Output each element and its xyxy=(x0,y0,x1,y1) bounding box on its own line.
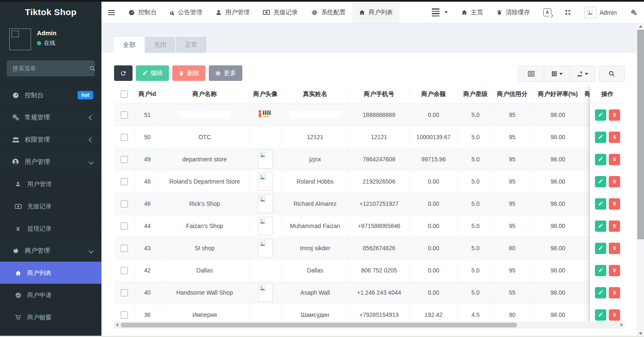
edit-button[interactable]: 编辑 xyxy=(136,65,169,81)
sidebar-item-permissions[interactable]: 权限管理 xyxy=(0,128,101,150)
settings-button[interactable] xyxy=(623,2,644,23)
refresh-button[interactable] xyxy=(114,65,132,81)
fullscreen-button[interactable] xyxy=(558,2,578,23)
topnav-tab-merchant-list[interactable]: 商户列表 xyxy=(352,2,400,23)
row-checkbox[interactable] xyxy=(121,111,128,119)
row-delete-button[interactable] xyxy=(609,198,620,210)
filter-tab-all[interactable]: 全部 xyxy=(114,37,144,53)
refresh-icon xyxy=(120,70,127,77)
broken-image-icon xyxy=(258,239,273,257)
home-button[interactable]: 主页 xyxy=(454,2,490,23)
menu-search-input[interactable] xyxy=(12,65,89,72)
nav-menu-dropdown-button[interactable] xyxy=(425,2,454,23)
cell-star: 5.0 xyxy=(458,282,493,303)
row-checkbox[interactable] xyxy=(121,223,128,230)
columns-button[interactable] xyxy=(544,66,570,82)
online-dot-icon xyxy=(37,41,41,45)
export-button[interactable] xyxy=(570,66,595,82)
row-delete-button[interactable] xyxy=(609,287,620,298)
row-edit-button[interactable] xyxy=(595,243,606,254)
sidebar-item-merchant-mgmt[interactable]: 商户管理 xyxy=(0,239,101,262)
admin-profile-button[interactable]: Admin xyxy=(578,2,623,23)
row-delete-button[interactable] xyxy=(609,176,620,187)
cell-real-name: jzjnx xyxy=(282,148,349,170)
row-delete-button[interactable] xyxy=(609,109,620,121)
row-checkbox[interactable] xyxy=(121,178,128,185)
vertical-scrollbar-thumb[interactable] xyxy=(637,30,644,239)
row-checkbox[interactable] xyxy=(121,311,128,319)
row-delete-button[interactable] xyxy=(609,243,620,254)
row-delete-button[interactable] xyxy=(609,132,620,143)
trash-icon xyxy=(179,70,184,76)
horizontal-scrollbar[interactable] xyxy=(114,321,625,329)
row-checkbox[interactable] xyxy=(121,200,128,207)
sidebar-item-merchant-express[interactable]: 商户直通车 xyxy=(0,328,101,337)
row-edit-button[interactable] xyxy=(595,154,606,165)
row-checkbox[interactable] xyxy=(121,134,128,141)
select-all-checkbox[interactable] xyxy=(121,91,128,98)
row-edit-button[interactable] xyxy=(595,198,606,210)
row-checkbox[interactable] xyxy=(121,156,128,163)
sidebar-item-user-list[interactable]: 用户管理 xyxy=(0,173,101,195)
detail-view-button[interactable] xyxy=(518,66,544,82)
sidebar-item-general[interactable]: 常规管理 xyxy=(0,106,101,128)
topnav-tab-recharge[interactable]: 充值记录 xyxy=(256,2,304,23)
sidebar-item-merchant-showcase[interactable]: 商户橱窗 xyxy=(0,306,101,328)
filter-tab-closed[interactable]: 关闭 xyxy=(145,37,175,53)
row-edit-button[interactable] xyxy=(595,176,606,187)
action-row xyxy=(590,148,625,171)
list-detail-icon xyxy=(528,71,535,77)
col-header-balance: 商户余额 xyxy=(410,84,458,104)
scroll-up-arrow-icon[interactable] xyxy=(639,25,642,28)
scroll-down-arrow-icon[interactable] xyxy=(639,332,642,335)
sidebar-item-recharge-records[interactable]: 充值记录 xyxy=(0,195,101,217)
row-checkbox[interactable] xyxy=(121,245,128,252)
row-checkbox[interactable] xyxy=(121,267,128,274)
row-edit-button[interactable] xyxy=(595,265,606,276)
cell-merchant-avatar xyxy=(249,171,282,192)
vertical-scrollbar[interactable] xyxy=(637,23,644,337)
topnav-tab-dashboard[interactable]: 控制台 xyxy=(122,2,164,23)
action-row xyxy=(590,193,625,215)
row-delete-button[interactable] xyxy=(609,220,620,232)
row-edit-button[interactable] xyxy=(595,309,606,321)
sidebar-item-withdraw-records[interactable]: ¥ 提现记录 xyxy=(0,217,101,239)
row-delete-button[interactable] xyxy=(609,309,620,321)
cell-merchant-id: 49 xyxy=(135,148,160,170)
topnav-tab-users[interactable]: 用户管理 xyxy=(209,2,256,23)
action-row xyxy=(590,282,625,304)
cell-rating: 98.00 xyxy=(531,171,585,192)
sidebar-item-merchant-list[interactable]: 商户列表 xyxy=(0,262,101,284)
col-header-clipped: 商 xyxy=(585,84,590,104)
row-delete-button[interactable] xyxy=(609,154,620,165)
sidebar-toggle-button[interactable] xyxy=(101,2,122,23)
dashboard-icon xyxy=(128,9,135,16)
gear-icon xyxy=(215,70,221,76)
row-checkbox[interactable] xyxy=(121,289,128,296)
sidebar-item-merchant-apply[interactable]: 商户申请 xyxy=(0,284,101,306)
sidebar-item-label: 商户橱窗 xyxy=(27,314,52,321)
scroll-right-arrow-icon[interactable] xyxy=(621,323,623,327)
cell-real-name: 12121 xyxy=(282,126,349,148)
filter-tab-normal[interactable]: 正常 xyxy=(176,37,206,53)
cell-merchant-avatar xyxy=(249,193,282,215)
row-edit-button[interactable] xyxy=(595,132,606,143)
clear-cache-button[interactable]: 清除缓存 xyxy=(490,2,537,23)
topnav-tab-announcements[interactable]: a 公告管理 xyxy=(164,2,209,23)
delete-button[interactable]: 删除 xyxy=(172,65,205,81)
row-edit-button[interactable] xyxy=(595,109,606,121)
more-button[interactable]: 更多 xyxy=(209,65,242,81)
sidebar-item-user-mgmt[interactable]: 用户管理 xyxy=(0,150,101,173)
language-switch-button[interactable]: A xyxy=(537,2,558,23)
topnav-tab-system-config[interactable]: 系统配置 xyxy=(304,2,352,23)
row-edit-button[interactable] xyxy=(595,287,606,298)
scroll-left-arrow-icon[interactable] xyxy=(116,323,118,327)
cell-rating: 98.00 xyxy=(531,259,585,281)
row-delete-button[interactable] xyxy=(609,265,620,276)
row-edit-button[interactable] xyxy=(595,220,606,232)
horizontal-scrollbar-thumb[interactable] xyxy=(121,323,517,327)
cell-merchant-id: 44 xyxy=(135,215,160,237)
table-body: 51 1888888888 0.00 5.0 95 98.00 50 OTC 1… xyxy=(114,104,590,326)
search-button[interactable] xyxy=(599,66,625,82)
sidebar-item-dashboard[interactable]: 控制台 hot xyxy=(0,84,101,106)
